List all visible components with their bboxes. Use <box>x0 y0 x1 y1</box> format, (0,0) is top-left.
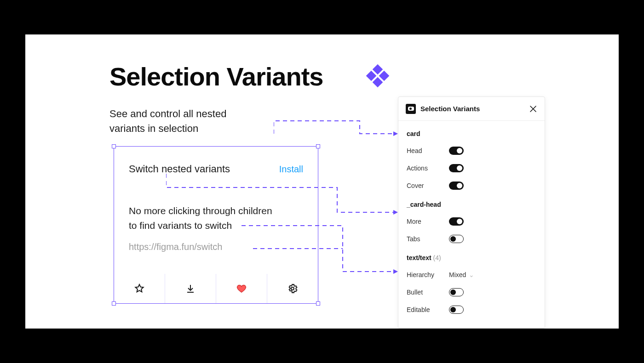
prop-more: More <box>407 213 536 230</box>
install-link[interactable]: Install <box>279 164 303 175</box>
prop-label: Actions <box>407 164 449 172</box>
chevron-down-icon: ⌄ <box>469 271 474 278</box>
toggle-editable[interactable] <box>449 306 464 314</box>
selected-frame[interactable]: Switch nested variants Install No more c… <box>114 146 318 304</box>
prop-label: Editable <box>407 306 449 313</box>
connector-card <box>274 117 400 140</box>
heart-button[interactable] <box>216 274 267 303</box>
group-text: text/text (4) Hierarchy Mixed ⌄ Bullet E… <box>398 250 545 321</box>
group-card-head: _card-head More Tabs <box>398 197 545 250</box>
group-card: card Head Actions Cover <box>398 126 545 197</box>
dropdown-value: Mixed <box>449 271 466 278</box>
heart-icon <box>236 283 247 294</box>
prop-label: Hierarchy <box>407 271 449 278</box>
panel-logo-icon <box>406 104 416 114</box>
star-icon <box>134 283 145 294</box>
toggle-tabs[interactable] <box>449 235 464 243</box>
svg-marker-2 <box>393 210 398 215</box>
dropdown-hierarchy[interactable]: Mixed ⌄ <box>449 271 474 278</box>
prop-label: Head <box>407 147 449 154</box>
toggle-bullet[interactable] <box>449 288 464 296</box>
group-count: (4) <box>433 254 441 261</box>
panel-header: Selection Variants <box>398 97 545 121</box>
group-title-card-head: _card-head <box>407 201 536 208</box>
toggle-head[interactable] <box>449 147 464 155</box>
group-title-text: text/text (4) <box>407 254 536 261</box>
download-icon <box>185 283 196 294</box>
prop-label: Bullet <box>407 289 449 296</box>
group-title-card: card <box>407 130 536 137</box>
prop-bullet: Bullet <box>407 284 536 301</box>
panel-title: Selection Variants <box>420 105 529 113</box>
canvas: Selection Variants See and control all n… <box>25 34 619 329</box>
card-actions <box>114 274 318 303</box>
svg-marker-3 <box>393 269 398 274</box>
card-body-line2: to find variants to switch <box>129 218 303 233</box>
group-name: text/text <box>407 254 431 261</box>
prop-editable: Editable <box>407 301 536 318</box>
prop-hierarchy: Hierarchy Mixed ⌄ <box>407 266 536 284</box>
prop-label: Tabs <box>407 235 449 243</box>
card-body-line1: No more clicking through children <box>129 204 303 218</box>
svg-point-0 <box>291 287 294 290</box>
prop-label: More <box>407 218 449 225</box>
page-title: Selection Variants <box>109 62 323 91</box>
prop-cover: Cover <box>407 177 536 194</box>
download-button[interactable] <box>165 274 216 303</box>
star-button[interactable] <box>114 274 165 303</box>
settings-button[interactable] <box>267 274 318 303</box>
toggle-cover[interactable] <box>449 182 464 190</box>
svg-marker-1 <box>393 131 398 136</box>
card-body: No more clicking through children to fin… <box>129 204 303 233</box>
prop-head: Head <box>407 142 536 159</box>
card-title: Switch nested variants <box>129 163 230 175</box>
card-url: https://figma.fun/switch <box>129 242 303 252</box>
selection-variants-panel: Selection Variants card Head Actions Cov… <box>398 96 545 329</box>
page-subtitle: See and control all nested variants in s… <box>109 107 261 136</box>
toggle-actions[interactable] <box>449 164 464 172</box>
card-head: Switch nested variants Install <box>129 163 303 175</box>
panel-body: card Head Actions Cover _card-head More <box>398 121 545 321</box>
prop-tabs: Tabs <box>407 230 536 248</box>
close-icon[interactable] <box>529 105 537 113</box>
gear-icon <box>287 283 298 294</box>
prop-actions: Actions <box>407 159 536 177</box>
toggle-more[interactable] <box>449 217 464 226</box>
prop-label: Cover <box>407 182 449 189</box>
card: Switch nested variants Install No more c… <box>114 147 318 303</box>
plugin-logo-icon <box>365 65 391 91</box>
